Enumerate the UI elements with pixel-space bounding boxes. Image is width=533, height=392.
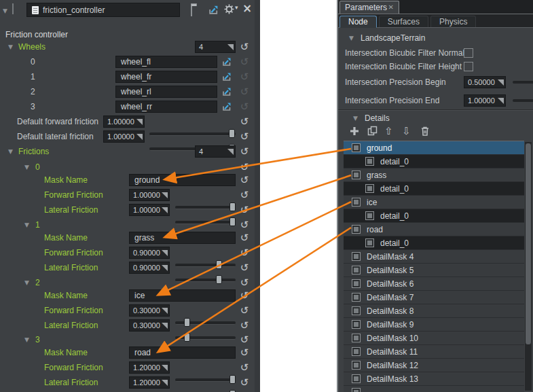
reset-icon[interactable]: ↺ [238,304,251,317]
reset-icon[interactable]: ↺ [238,219,251,231]
forward-friction-spinbox[interactable]: 0.30000 [129,304,170,317]
reset-icon[interactable]: ↺ [238,319,251,332]
value-drag-icon[interactable] [162,323,168,329]
detail-toggle-icon[interactable] [365,211,374,220]
group-expander-icon[interactable]: ▼ [24,334,29,346]
value-drag-icon[interactable] [136,119,143,125]
folder-icon[interactable] [191,5,192,16]
assign-node-icon[interactable] [221,71,232,82]
lateral-friction-slider[interactable] [175,389,236,392]
forward-friction-spinbox[interactable]: 0.90000 [129,247,170,259]
forward-friction-spinbox[interactable]: 1.00000 [129,189,170,201]
default-lateral-friction-spinbox[interactable]: 1.00000 [103,130,145,143]
scrollbar-thumb[interactable] [525,143,532,345]
reset-icon[interactable]: ↺ [238,232,251,244]
wheel-name-field[interactable]: wheel_fr [115,71,217,83]
mask-toggle-icon[interactable] [352,252,361,261]
wheel-name-field[interactable]: wheel_fl [115,56,217,68]
reset-icon[interactable]: ↺ [238,189,251,201]
mask-name-field[interactable]: grass [129,232,236,244]
detail-toggle-icon[interactable] [365,157,374,166]
reset-icon[interactable]: ↺ [238,204,251,216]
lateral-friction-spinbox[interactable]: 1.00000 [129,204,170,216]
mask-name-field[interactable]: ground [129,174,236,186]
move-down-icon[interactable]: ⇩ [401,125,412,137]
details-scrollbar[interactable] [525,142,532,391]
mask-name-field[interactable]: ice [129,289,236,302]
reset-icon[interactable]: ↺ [238,361,251,374]
group-expander-icon[interactable]: ▼ [24,219,29,231]
value-drag-icon[interactable] [162,250,168,256]
value-drag-icon[interactable] [227,149,234,155]
frictions-count-spinbox[interactable]: 4 [195,145,236,158]
mask-toggle-icon[interactable] [352,388,361,392]
tab-surfaces[interactable]: Surfaces [379,16,428,27]
frictions-expander-icon[interactable]: ▼ [8,145,13,158]
list-item-detailmask[interactable]: DetailMask 12 [344,359,524,372]
mask-toggle-icon[interactable] [352,266,361,274]
reset-icon[interactable]: ↺ [238,277,251,289]
value-drag-icon[interactable] [162,365,168,371]
value-drag-icon[interactable] [162,308,168,314]
list-item-detailmask[interactable]: DetailMask 8 [344,304,524,318]
wheels-expander-icon[interactable]: ▼ [8,41,13,53]
section-expander-icon[interactable]: ▼ [349,32,354,44]
mask-toggle-icon[interactable] [352,334,361,342]
mask-toggle-icon[interactable] [352,225,361,234]
param-slider[interactable] [513,99,533,102]
add-icon[interactable] [349,126,360,137]
detail-toggle-icon[interactable] [365,184,374,193]
mask-toggle-icon[interactable] [352,171,361,179]
list-item-detailmask[interactable]: DetailMask 13 [344,372,524,386]
group-expander-icon[interactable]: ▼ [24,161,29,173]
value-drag-icon[interactable] [162,265,168,271]
mask-toggle-icon[interactable] [352,279,361,288]
details-expander-icon[interactable]: ▼ [353,112,358,124]
value-drag-icon[interactable] [136,134,143,140]
reset-icon[interactable]: ↺ [238,145,251,158]
param-slider[interactable] [513,81,533,84]
value-drag-icon[interactable] [227,44,234,50]
list-item-detailmask[interactable]: DetailMask 11 [344,345,524,359]
node-name-field[interactable]: friction_controller [26,3,180,17]
checkbox-icon[interactable] [464,48,473,58]
reset-icon[interactable]: ↺ [238,161,251,173]
list-item-detailmask[interactable]: DetailMask 7 [344,291,524,304]
reset-icon[interactable]: ↺ [238,247,251,259]
reset-icon[interactable]: ↺ [238,174,251,186]
mask-toggle-icon[interactable] [352,374,361,383]
list-item-detailmask[interactable]: DetailMask 6 [344,277,524,291]
list-item-detail[interactable]: detail_0 [344,155,524,168]
list-item-detail[interactable]: detail_0 [344,182,524,196]
mask-toggle-icon[interactable] [352,293,361,302]
list-item-detailmask[interactable]: DetailMask 4 [344,250,524,264]
wheel-name-field[interactable]: wheel_rl [115,86,217,98]
param-spinbox[interactable]: 1.00000 [464,94,506,107]
reset-icon[interactable]: ↺ [238,334,251,346]
tab-close-icon[interactable]: ✕ [388,4,394,11]
node-expander-icon[interactable]: ▼ [3,5,7,17]
list-item-road[interactable]: road [344,223,524,236]
default-forward-friction-spinbox[interactable]: 1.00000 [103,115,145,128]
list-item-detailmask[interactable]: DetailMask 10 [344,332,524,345]
reset-icon[interactable]: ↺ [238,289,251,302]
list-item-ground[interactable]: ground [344,141,524,155]
gear-dropdown-caret-icon[interactable]: ▾ [235,4,238,11]
mask-toggle-icon[interactable] [352,143,361,152]
value-drag-icon[interactable] [162,192,168,198]
lateral-friction-spinbox[interactable]: 0.90000 [129,262,170,274]
list-item-partial[interactable] [344,386,524,392]
value-drag-icon[interactable] [498,98,504,104]
reset-icon[interactable]: ↺ [238,86,251,98]
reset-icon[interactable]: ↺ [238,376,251,389]
lateral-friction-spinbox[interactable]: 0.30000 [129,319,170,332]
mask-toggle-icon[interactable] [352,306,361,315]
mask-toggle-icon[interactable] [352,347,361,356]
value-drag-icon[interactable] [162,207,168,213]
node-enabled-toggle-icon[interactable] [12,3,14,14]
move-up-icon[interactable]: ⇧ [383,125,394,137]
list-item-detail[interactable]: detail_0 [344,236,524,250]
reset-icon[interactable]: ↺ [238,262,251,274]
mask-name-field[interactable]: road [129,346,236,359]
detail-toggle-icon[interactable] [365,238,374,247]
